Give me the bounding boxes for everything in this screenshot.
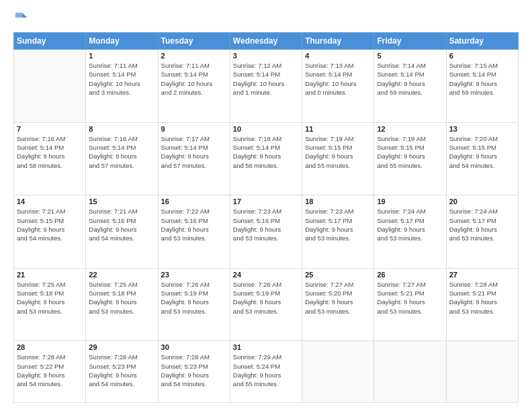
calendar-cell: 11Sunrise: 7:19 AM Sunset: 5:15 PM Dayli… [302, 122, 374, 195]
calendar-cell: 28Sunrise: 7:28 AM Sunset: 5:22 PM Dayli… [14, 341, 86, 403]
calendar-cell [446, 341, 518, 403]
day-info: Sunrise: 7:29 AM Sunset: 5:24 PM Dayligh… [233, 353, 299, 388]
calendar-cell: 18Sunrise: 7:23 AM Sunset: 5:17 PM Dayli… [302, 195, 374, 269]
day-number: 15 [89, 197, 154, 205]
day-info: Sunrise: 7:27 AM Sunset: 5:21 PM Dayligh… [377, 280, 443, 316]
day-info: Sunrise: 7:15 AM Sunset: 5:14 PM Dayligh… [449, 61, 515, 97]
calendar-cell: 20Sunrise: 7:24 AM Sunset: 5:17 PM Dayli… [446, 195, 518, 269]
calendar-header-wednesday: Wednesday [230, 33, 302, 50]
page: SundayMondayTuesdayWednesdayThursdayFrid… [0, 0, 532, 411]
day-info: Sunrise: 7:23 AM Sunset: 5:17 PM Dayligh… [305, 207, 371, 242]
calendar-week-row: 1Sunrise: 7:11 AM Sunset: 5:14 PM Daylig… [14, 50, 519, 123]
day-info: Sunrise: 7:20 AM Sunset: 5:15 PM Dayligh… [449, 134, 515, 170]
calendar-cell: 22Sunrise: 7:25 AM Sunset: 5:18 PM Dayli… [86, 268, 158, 341]
header [13, 11, 519, 26]
day-info: Sunrise: 7:17 AM Sunset: 5:14 PM Dayligh… [161, 134, 227, 170]
day-number: 25 [305, 271, 371, 279]
logo [13, 11, 31, 26]
day-number: 12 [377, 125, 443, 133]
day-number: 22 [89, 271, 154, 279]
day-info: Sunrise: 7:25 AM Sunset: 5:18 PM Dayligh… [89, 280, 154, 316]
day-info: Sunrise: 7:11 AM Sunset: 5:14 PM Dayligh… [161, 61, 227, 97]
calendar-cell: 30Sunrise: 7:28 AM Sunset: 5:23 PM Dayli… [158, 341, 230, 403]
day-info: Sunrise: 7:22 AM Sunset: 5:16 PM Dayligh… [161, 207, 227, 242]
calendar-cell: 16Sunrise: 7:22 AM Sunset: 5:16 PM Dayli… [158, 195, 230, 269]
day-info: Sunrise: 7:25 AM Sunset: 5:18 PM Dayligh… [17, 280, 83, 316]
day-number: 20 [449, 197, 515, 205]
day-number: 21 [17, 271, 83, 279]
day-info: Sunrise: 7:28 AM Sunset: 5:23 PM Dayligh… [161, 353, 227, 388]
calendar-week-row: 28Sunrise: 7:28 AM Sunset: 5:22 PM Dayli… [14, 341, 519, 403]
day-info: Sunrise: 7:19 AM Sunset: 5:15 PM Dayligh… [305, 134, 371, 170]
svg-rect-1 [15, 13, 22, 17]
day-number: 30 [161, 343, 227, 351]
logo-icon [13, 11, 28, 26]
calendar-cell: 10Sunrise: 7:18 AM Sunset: 5:14 PM Dayli… [230, 122, 302, 195]
calendar-cell: 14Sunrise: 7:21 AM Sunset: 5:15 PM Dayli… [14, 195, 86, 269]
calendar-header-sunday: Sunday [14, 33, 86, 50]
day-number: 27 [449, 271, 515, 279]
day-info: Sunrise: 7:26 AM Sunset: 5:19 PM Dayligh… [233, 280, 299, 316]
day-info: Sunrise: 7:19 AM Sunset: 5:15 PM Dayligh… [377, 134, 443, 170]
calendar-header-thursday: Thursday [302, 33, 374, 50]
calendar-cell: 15Sunrise: 7:21 AM Sunset: 5:16 PM Dayli… [86, 195, 158, 269]
calendar-cell: 12Sunrise: 7:19 AM Sunset: 5:15 PM Dayli… [374, 122, 446, 195]
day-number: 19 [377, 197, 443, 205]
day-number: 6 [449, 52, 515, 60]
calendar-cell: 29Sunrise: 7:28 AM Sunset: 5:23 PM Dayli… [86, 341, 158, 403]
calendar-week-row: 21Sunrise: 7:25 AM Sunset: 5:18 PM Dayli… [14, 268, 519, 341]
svg-marker-0 [22, 13, 27, 17]
calendar-cell: 2Sunrise: 7:11 AM Sunset: 5:14 PM Daylig… [158, 50, 230, 123]
calendar-cell: 6Sunrise: 7:15 AM Sunset: 5:14 PM Daylig… [446, 50, 518, 123]
day-info: Sunrise: 7:28 AM Sunset: 5:23 PM Dayligh… [89, 353, 154, 388]
calendar-header-tuesday: Tuesday [158, 33, 230, 50]
calendar-cell: 7Sunrise: 7:16 AM Sunset: 5:14 PM Daylig… [14, 122, 86, 195]
calendar-header-friday: Friday [374, 33, 446, 50]
day-number: 31 [233, 343, 299, 351]
calendar-cell: 4Sunrise: 7:13 AM Sunset: 5:14 PM Daylig… [302, 50, 374, 123]
calendar-cell: 27Sunrise: 7:28 AM Sunset: 5:21 PM Dayli… [446, 268, 518, 341]
calendar-cell: 19Sunrise: 7:24 AM Sunset: 5:17 PM Dayli… [374, 195, 446, 269]
day-number: 28 [17, 343, 83, 351]
calendar-cell: 9Sunrise: 7:17 AM Sunset: 5:14 PM Daylig… [158, 122, 230, 195]
day-info: Sunrise: 7:16 AM Sunset: 5:14 PM Dayligh… [89, 134, 154, 170]
day-number: 1 [89, 52, 154, 60]
calendar-header-row: SundayMondayTuesdayWednesdayThursdayFrid… [14, 33, 519, 50]
calendar-cell: 17Sunrise: 7:23 AM Sunset: 5:16 PM Dayli… [230, 195, 302, 269]
day-number: 8 [89, 125, 154, 133]
calendar-cell [374, 341, 446, 403]
calendar-cell: 1Sunrise: 7:11 AM Sunset: 5:14 PM Daylig… [86, 50, 158, 123]
day-info: Sunrise: 7:21 AM Sunset: 5:16 PM Dayligh… [89, 207, 154, 242]
calendar-cell: 3Sunrise: 7:12 AM Sunset: 5:14 PM Daylig… [230, 50, 302, 123]
day-info: Sunrise: 7:28 AM Sunset: 5:22 PM Dayligh… [17, 353, 83, 388]
calendar-cell: 21Sunrise: 7:25 AM Sunset: 5:18 PM Dayli… [14, 268, 86, 341]
day-number: 24 [233, 271, 299, 279]
calendar-cell [14, 50, 86, 123]
day-number: 4 [305, 52, 371, 60]
calendar-header-monday: Monday [86, 33, 158, 50]
calendar-table: SundayMondayTuesdayWednesdayThursdayFrid… [13, 32, 519, 403]
calendar-cell: 24Sunrise: 7:26 AM Sunset: 5:19 PM Dayli… [230, 268, 302, 341]
day-number: 11 [305, 125, 371, 133]
calendar-cell [302, 341, 374, 403]
day-number: 3 [233, 52, 299, 60]
calendar-cell: 5Sunrise: 7:14 AM Sunset: 5:14 PM Daylig… [374, 50, 446, 123]
day-number: 29 [89, 343, 154, 351]
calendar-cell: 26Sunrise: 7:27 AM Sunset: 5:21 PM Dayli… [374, 268, 446, 341]
day-number: 14 [17, 197, 83, 205]
day-number: 10 [233, 125, 299, 133]
day-number: 2 [161, 52, 227, 60]
calendar-cell: 25Sunrise: 7:27 AM Sunset: 5:20 PM Dayli… [302, 268, 374, 341]
day-info: Sunrise: 7:24 AM Sunset: 5:17 PM Dayligh… [449, 207, 515, 242]
day-number: 17 [233, 197, 299, 205]
day-info: Sunrise: 7:16 AM Sunset: 5:14 PM Dayligh… [17, 134, 83, 170]
day-number: 9 [161, 125, 227, 133]
day-number: 16 [161, 197, 227, 205]
day-info: Sunrise: 7:21 AM Sunset: 5:15 PM Dayligh… [17, 207, 83, 242]
day-info: Sunrise: 7:11 AM Sunset: 5:14 PM Dayligh… [89, 61, 154, 97]
day-info: Sunrise: 7:14 AM Sunset: 5:14 PM Dayligh… [377, 61, 443, 97]
day-info: Sunrise: 7:13 AM Sunset: 5:14 PM Dayligh… [305, 61, 371, 97]
day-number: 13 [449, 125, 515, 133]
day-info: Sunrise: 7:18 AM Sunset: 5:14 PM Dayligh… [233, 134, 299, 170]
calendar-week-row: 14Sunrise: 7:21 AM Sunset: 5:15 PM Dayli… [14, 195, 519, 269]
